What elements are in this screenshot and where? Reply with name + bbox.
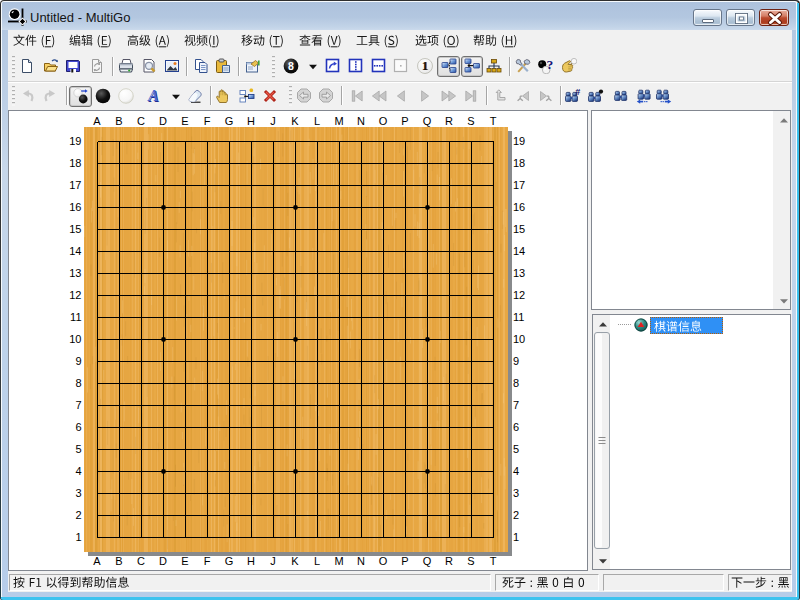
svg-text:#: # bbox=[575, 88, 580, 97]
svg-text:A: A bbox=[147, 88, 159, 104]
svg-text:?: ? bbox=[546, 58, 553, 72]
svg-text:1: 1 bbox=[422, 59, 428, 73]
svg-text:8: 8 bbox=[288, 60, 294, 72]
